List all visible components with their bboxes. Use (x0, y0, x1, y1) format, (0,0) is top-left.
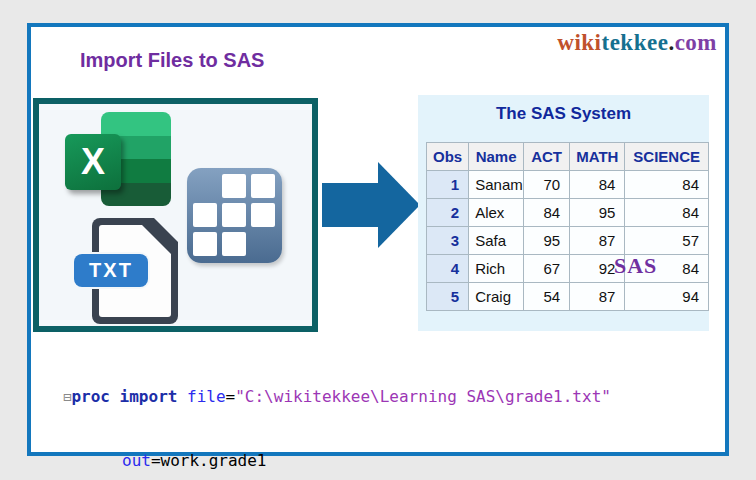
grid-square (251, 174, 275, 198)
obs-cell: 2 (427, 199, 469, 227)
excel-x-tile: X (65, 134, 121, 190)
code-line: ⊟proc import file="C:\wikitekkee\Learnin… (63, 386, 703, 408)
table-row: 4 Rich 67 92 84 (427, 255, 709, 283)
act-cell: 95 (524, 227, 570, 255)
name-cell: Safa (469, 227, 524, 255)
act-cell: 84 (524, 199, 570, 227)
code-line: out=work.grade1 (63, 450, 703, 471)
obs-cell: 5 (427, 283, 469, 311)
grid-square (193, 232, 217, 256)
sas-output-title: The SAS System (418, 104, 709, 124)
flow-arrow-head (378, 162, 420, 248)
math-cell: 87 (570, 283, 625, 311)
code-option: out (122, 451, 151, 470)
column-header-name: Name (469, 143, 524, 171)
sas-watermark: SAS (614, 253, 657, 279)
grid-square (193, 203, 217, 227)
name-cell: Sanam (469, 171, 524, 199)
dataset-grid-icon (187, 168, 282, 263)
act-cell: 54 (524, 283, 570, 311)
column-header-act: ACT (524, 143, 570, 171)
table-row: 3 Safa 95 87 57 (427, 227, 709, 255)
act-cell: 70 (524, 171, 570, 199)
math-cell: 84 (570, 171, 625, 199)
science-cell: 84 (625, 171, 709, 199)
obs-cell: 4 (427, 255, 469, 283)
science-cell: 94 (625, 283, 709, 311)
grid-square (222, 203, 246, 227)
logo-part-com: com (675, 30, 717, 55)
table-row: 1 Sanam 70 84 84 (427, 171, 709, 199)
logo-part-wiki: wiki (557, 30, 601, 55)
name-cell: Alex (469, 199, 524, 227)
name-cell: Rich (469, 255, 524, 283)
grid-square (222, 232, 246, 256)
excel-icon: X (65, 110, 171, 210)
grid-square (222, 174, 246, 198)
column-header-obs: Obs (427, 143, 469, 171)
code-keyword: proc import (71, 387, 177, 406)
flow-arrow-icon (322, 183, 380, 227)
column-header-science: SCIENCE (625, 143, 709, 171)
act-cell: 67 (524, 255, 570, 283)
table-row: 2 Alex 84 95 84 (427, 199, 709, 227)
code-string: "C:\wikitekkee\Learning SAS\grade1.txt" (235, 387, 611, 406)
obs-cell: 3 (427, 227, 469, 255)
txt-file-icon: TXT (74, 216, 178, 328)
science-cell: 84 (625, 199, 709, 227)
content-frame: wikitekkee.com Import Files to SAS X (27, 23, 729, 456)
sas-output-panel: The SAS System Obs Name ACT MATH SCIENCE… (418, 95, 709, 331)
sas-results-table: Obs Name ACT MATH SCIENCE 1 Sanam 70 84 … (426, 142, 709, 311)
txt-badge: TXT (74, 254, 148, 287)
math-cell: 95 (570, 199, 625, 227)
source-files-box: X TXT (33, 98, 318, 332)
sas-code-block: ⊟proc import file="C:\wikitekkee\Learnin… (63, 344, 703, 480)
page-title: Import Files to SAS (80, 49, 264, 72)
table-header-row: Obs Name ACT MATH SCIENCE (427, 143, 709, 171)
logo-part-tekkee: tekkee (602, 30, 669, 55)
table-row: 5 Craig 54 87 94 (427, 283, 709, 311)
code-option: file (177, 387, 225, 406)
column-header-math: MATH (570, 143, 625, 171)
code-equals: = (226, 387, 236, 406)
math-cell: 87 (570, 227, 625, 255)
name-cell: Craig (469, 283, 524, 311)
code-text: =work.grade1 (151, 451, 267, 470)
science-cell: 57 (625, 227, 709, 255)
grid-square (251, 203, 275, 227)
site-logo: wikitekkee.com (557, 30, 717, 56)
obs-cell: 1 (427, 171, 469, 199)
